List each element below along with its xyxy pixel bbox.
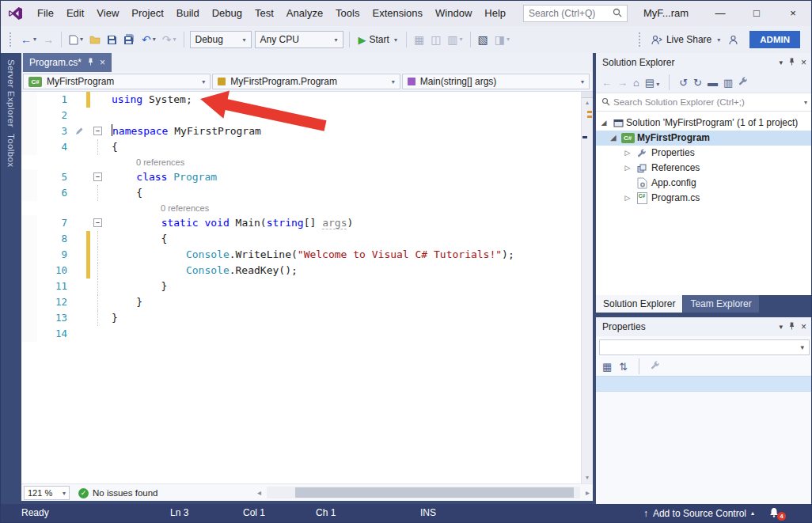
document-tab-program-cs[interactable]: Program.cs* × [23,53,112,72]
status-column[interactable]: Col 1 [243,504,265,522]
code-line[interactable]: 2 [21,108,581,123]
collapse-all-button[interactable]: ▬ [708,77,718,89]
add-to-source-control-button[interactable]: ↑ Add to Source Control ▴ [643,504,754,522]
line-number[interactable]: 1 [37,92,74,108]
menu-view[interactable]: View [90,1,125,26]
find-in-files-button[interactable]: ◫ [427,32,444,47]
alphabetical-button[interactable]: ⇅ [619,361,628,373]
menu-analyze[interactable]: Analyze [280,1,329,26]
code-editor[interactable]: 1 using System; 2 3 − namespace MyFir [21,92,581,483]
menu-help[interactable]: Help [478,1,512,26]
quick-search-box[interactable] [523,5,628,22]
expander-icon[interactable]: ▷ [623,191,632,206]
navbar-project-dropdown[interactable]: C# MyFirstProgram ▾ [23,74,211,89]
expander-icon[interactable]: ▷ [623,161,632,176]
code-line[interactable]: 7 − static void Main(string[] args) [21,215,581,231]
tree-item-references[interactable]: ▷ References [596,161,812,176]
close-icon[interactable]: × [801,57,806,68]
open-file-button[interactable] [86,33,104,46]
line-number[interactable]: 12 [37,294,74,310]
menu-window[interactable]: Window [429,1,478,26]
toolbar-grip[interactable] [9,32,13,47]
close-button[interactable]: × [775,1,811,26]
properties-button[interactable] [738,77,748,89]
close-icon[interactable]: × [100,57,105,68]
code-line[interactable]: 1 using System; [21,92,581,108]
expander-icon[interactable]: ◢ [609,131,618,146]
tree-item-program-cs[interactable]: ▷ C# Program.cs [596,191,812,206]
fold-toggle[interactable]: − [93,172,102,181]
tree-item-project[interactable]: ◢ C# MyFirstProgram [596,131,812,146]
fold-toggle[interactable]: − [93,127,102,135]
feedback-button[interactable] [725,33,742,47]
window-menu-icon[interactable]: ▾ [779,59,783,66]
forward-button[interactable]: → [617,77,628,89]
performance-profiler-button[interactable]: ▦ [411,32,427,47]
server-explorer-tab[interactable]: Server Explorer [6,59,16,127]
line-number[interactable]: 10 [37,263,74,279]
new-project-button[interactable]: ▾ [66,32,86,47]
code-line[interactable]: 10 Console.ReadKey(); [21,263,581,279]
line-number[interactable]: 9 [37,247,74,263]
expander-icon[interactable]: ▷ [623,146,632,161]
navbar-type-dropdown[interactable]: MyFirstProgram.Program ▾ [212,74,400,89]
close-icon[interactable]: × [801,321,806,332]
code-line[interactable]: 11 } [21,279,581,294]
show-all-files-button[interactable]: ▥ [723,77,733,89]
expander-icon[interactable]: ◢ [599,116,609,131]
redo-button[interactable]: ↷▾ [159,32,180,47]
menu-extensions[interactable]: Extensions [366,1,429,26]
tab-solution-explorer[interactable]: Solution Explorer [596,295,682,313]
task-list-button[interactable]: ◨▾ [491,32,513,47]
save-all-button[interactable] [120,32,138,47]
scroll-up-icon[interactable]: ▴ [582,99,593,106]
code-line[interactable]: 14 [21,326,581,342]
scroll-down-icon[interactable]: ▾ [582,474,593,481]
line-number[interactable]: 4 [37,139,74,155]
solution-explorer-search-box[interactable]: ▾ [596,93,812,112]
line-number[interactable]: 3 [37,123,74,139]
status-insert-mode[interactable]: INS [420,504,436,522]
tree-item-properties[interactable]: ▷ Properties [596,146,812,161]
status-line[interactable]: Ln 3 [170,504,188,522]
line-number[interactable]: 11 [37,279,74,294]
editor-split-handle[interactable] [582,92,593,98]
code-line[interactable]: 5 − class Program [21,169,581,185]
code-line[interactable]: 9 Console.WriteLine("Welcome to Visual C… [21,247,581,263]
menu-test[interactable]: Test [249,1,280,26]
properties-grid-row[interactable] [596,376,812,392]
back-button[interactable]: ← [601,77,612,89]
scroll-left-icon[interactable]: ◂ [257,487,261,498]
code-line[interactable]: 12 } [21,294,581,310]
start-debugging-button[interactable]: ▶Start▾ [354,34,402,46]
scroll-right-icon[interactable]: ▸ [586,487,590,498]
window-menu-icon[interactable]: ▾ [779,323,783,331]
line-number[interactable]: 2 [37,108,74,123]
sync-with-active-document-button[interactable]: ↺ [679,77,688,89]
line-number[interactable]: 13 [37,310,74,326]
codelens-references[interactable]: 0 references [21,155,581,169]
horizontal-scrollbar[interactable] [267,487,580,498]
navbar-member-dropdown[interactable]: Main(string[] args) ▾ [402,74,590,89]
line-number[interactable]: 5 [37,169,74,185]
save-button[interactable] [104,33,120,47]
menu-tools[interactable]: Tools [329,1,366,26]
tab-team-explorer[interactable]: Team Explorer [683,295,758,313]
properties-object-dropdown[interactable]: ▾ [599,339,810,355]
pin-icon[interactable] [788,57,795,69]
zoom-dropdown[interactable]: 121 %▾ [24,486,70,500]
pin-icon[interactable] [87,57,94,69]
property-pages-button[interactable] [651,361,660,373]
quick-search-input[interactable] [529,8,613,19]
solution-configurations-dropdown[interactable]: Debug▾ [190,31,252,48]
toolbox-tab[interactable]: Toolbox [6,134,16,167]
tree-item-solution[interactable]: ◢ Solution 'MyFirstProgram' (1 of 1 proj… [596,116,812,131]
code-line[interactable]: 8 { [21,231,581,247]
navigate-back-button[interactable]: ←▾ [17,32,40,47]
menu-build[interactable]: Build [170,1,206,26]
menu-debug[interactable]: Debug [206,1,249,26]
code-line[interactable]: 6 { [21,185,581,201]
live-share-button[interactable]: Live Share▾ [647,34,725,45]
pin-icon[interactable] [788,321,795,333]
refresh-button[interactable]: ↻ [693,77,702,89]
